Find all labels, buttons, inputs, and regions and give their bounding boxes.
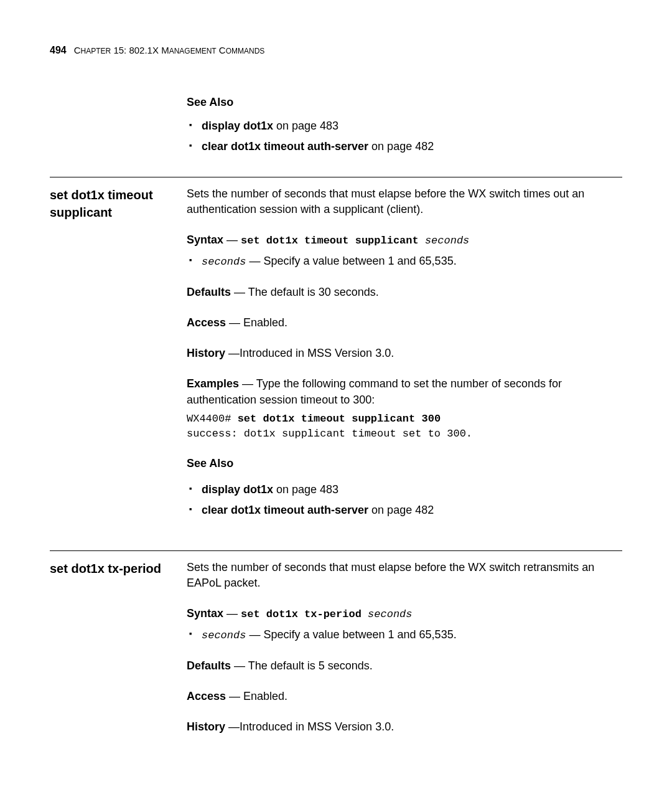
link-text: clear dot1x timeout auth-server [202,140,368,153]
see-also-block-top: See Also display dot1x on page 483 clear… [187,95,622,154]
examples-block: Examples — Type the following command to… [187,376,622,407]
link-text: display dot1x [202,120,273,132]
link-text: display dot1x [202,483,273,496]
intro-text: Sets the number of seconds that must ela… [187,186,622,217]
access-label: Access [187,690,226,702]
syntax-param: seconds [368,608,412,620]
list-item: seconds — Specify a value between 1 and … [187,253,622,270]
see-also-heading: See Also [187,95,622,110]
section-body: Sets the number of seconds that must ela… [187,560,622,735]
section-body: Sets the number of seconds that must ela… [187,186,622,528]
chapter-title: CHAPTER 15: 802.1X MANAGEMENT COMMANDS [74,44,265,57]
param-name: seconds [202,630,246,641]
page-ref: on page 483 [273,483,338,496]
section-supplicant: set dot1x timeout supplicant Sets the nu… [50,177,622,528]
access-block: Access — Enabled. [187,689,622,704]
syntax-label: Syntax [187,607,223,620]
history-block: History —Introduced in MSS Version 3.0. [187,719,622,735]
defaults-label: Defaults [187,286,231,298]
see-also-list: display dot1x on page 483 clear dot1x ti… [187,482,622,518]
page-number: 494 [50,44,67,57]
syntax-param: seconds [425,235,469,247]
history-text: —Introduced in MSS Version 3.0. [225,720,394,733]
history-text: —Introduced in MSS Version 3.0. [225,347,394,359]
defaults-text: — The default is 30 seconds. [231,286,379,298]
syntax-block: Syntax — set dot1x timeout supplicant se… [187,232,622,248]
param-desc: — Specify a value between 1 and 65,535. [246,255,456,267]
param-list: seconds — Specify a value between 1 and … [187,627,622,643]
param-name: seconds [202,256,246,268]
access-label: Access [187,316,226,329]
section-txperiod: set dot1x tx-period Sets the number of s… [50,550,622,735]
defaults-block: Defaults — The default is 30 seconds. [187,285,622,300]
history-block: History —Introduced in MSS Version 3.0. [187,346,622,361]
page-ref: on page 482 [368,504,434,516]
code-example: WX4400# set dot1x timeout supplicant 300… [187,412,622,441]
intro-text: Sets the number of seconds that must ela… [187,560,622,591]
access-text: — Enabled. [226,316,287,329]
param-desc: — Specify a value between 1 and 65,535. [246,628,456,641]
page-ref: on page 483 [273,120,338,132]
syntax-label: Syntax [187,234,223,246]
see-also-list: display dot1x on page 483 clear dot1x ti… [187,118,622,154]
list-item: display dot1x on page 483 [187,482,622,498]
syntax-cmd: set dot1x timeout supplicant [241,235,425,247]
link-text: clear dot1x timeout auth-server [202,504,368,516]
page-header: 494 CHAPTER 15: 802.1X MANAGEMENT COMMAN… [50,44,622,57]
syntax-cmd: set dot1x tx-period [241,608,368,620]
examples-text: — Type the following command to set the … [187,377,562,405]
page-ref: on page 482 [368,140,434,153]
param-list: seconds — Specify a value between 1 and … [187,253,622,270]
section-heading: set dot1x tx-period [50,560,187,577]
access-block: Access — Enabled. [187,315,622,331]
history-label: History [187,720,225,733]
defaults-label: Defaults [187,659,231,672]
defaults-block: Defaults — The default is 5 seconds. [187,658,622,674]
list-item: seconds — Specify a value between 1 and … [187,627,622,643]
list-item: display dot1x on page 483 [187,118,622,134]
syntax-block: Syntax — set dot1x tx-period seconds [187,606,622,622]
examples-label: Examples [187,377,239,390]
see-also-heading: See Also [187,456,622,471]
defaults-text: — The default is 5 seconds. [231,659,373,672]
list-item: clear dot1x timeout auth-server on page … [187,503,622,518]
section-heading: set dot1x timeout supplicant [50,186,187,221]
list-item: clear dot1x timeout auth-server on page … [187,139,622,154]
access-text: — Enabled. [226,690,287,702]
history-label: History [187,347,225,359]
